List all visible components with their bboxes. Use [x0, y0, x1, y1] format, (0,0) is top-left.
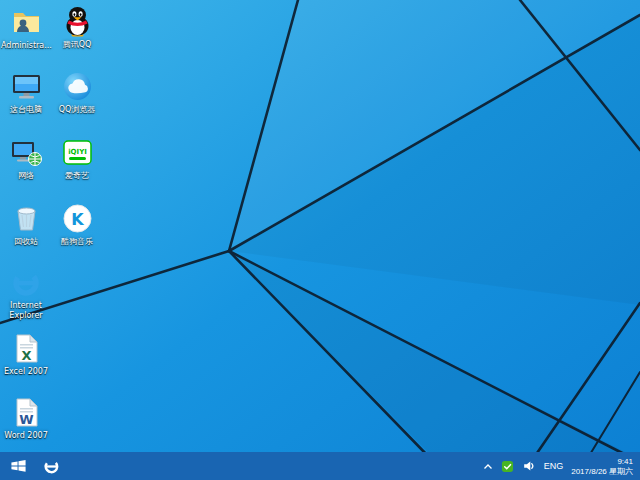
desktop-icon-label: Excel 2007: [4, 367, 48, 377]
desktop-icon-tencent-qq[interactable]: 腾讯QQ: [52, 5, 102, 50]
desktop-icon-word-2007[interactable]: W Word 2007: [1, 396, 51, 441]
volume-button[interactable]: [522, 459, 536, 473]
desktop-icon-this-pc[interactable]: 这台电脑: [1, 70, 51, 115]
qq-browser-icon: [61, 70, 94, 103]
taskbar-ie-button[interactable]: [36, 452, 66, 480]
desktop-icon-label: 爱奇艺: [65, 171, 89, 181]
qq-penguin-icon: [61, 5, 94, 38]
svg-text:K: K: [71, 210, 84, 229]
svg-text:X: X: [21, 348, 31, 363]
desktop-screen: Administra... 这台电脑 网络: [0, 0, 640, 480]
network-icon: [10, 136, 43, 169]
start-button[interactable]: [0, 452, 36, 480]
green-shield-icon: [501, 460, 514, 473]
taskbar: ENG 9:41 2017/8/26 星期六: [0, 452, 640, 480]
computer-icon: [10, 70, 43, 103]
security-tray-button[interactable]: [501, 460, 514, 473]
desktop-icon-label: 回收站: [14, 237, 38, 247]
tray-date: 2017/8/26 星期六: [571, 467, 633, 476]
excel-icon: X: [10, 332, 43, 365]
internet-explorer-icon: [10, 266, 43, 299]
desktop-icon-label: 网络: [18, 171, 34, 181]
desktop-icon-administrator[interactable]: Administra...: [1, 6, 51, 51]
desktop-icon-internet-explorer[interactable]: Internet Explorer: [1, 266, 51, 320]
show-hidden-icons-button[interactable]: [483, 463, 493, 470]
svg-text:W: W: [19, 412, 33, 427]
desktop-icon-label: Administra...: [1, 41, 51, 51]
system-tray: ENG 9:41 2017/8/26 星期六: [483, 452, 640, 480]
desktop-icon-label: Internet Explorer: [1, 301, 51, 320]
clock[interactable]: 9:41 2017/8/26 星期六: [571, 457, 633, 476]
chevron-up-icon: [483, 463, 493, 470]
desktop-icon-label: 腾讯QQ: [63, 40, 92, 50]
kugou-music-icon: K: [61, 202, 94, 235]
desktop-icon-network[interactable]: 网络: [1, 136, 51, 181]
desktop-icon-kugou-music[interactable]: K 酷狗音乐: [52, 202, 102, 247]
desktop-icon-label: Word 2007: [4, 431, 47, 441]
desktop-icon-label: 这台电脑: [10, 105, 42, 115]
iqiyi-icon: iQIYI: [61, 136, 94, 169]
desktop-icon-excel-2007[interactable]: X Excel 2007: [1, 332, 51, 377]
desktop-icon-qq-browser[interactable]: QQ浏览器: [52, 70, 102, 115]
desktop-icon-label: 酷狗音乐: [61, 237, 93, 247]
windows-logo-icon: [10, 459, 27, 473]
svg-text:iQIYI: iQIYI: [68, 148, 87, 156]
word-icon: W: [10, 396, 43, 429]
desktop-icon-iqiyi[interactable]: iQIYI 爱奇艺: [52, 136, 102, 181]
speaker-icon: [522, 459, 536, 473]
user-folder-icon: [10, 6, 43, 39]
recycle-bin-icon: [10, 202, 43, 235]
desktop-icon-label: QQ浏览器: [59, 105, 96, 115]
language-indicator[interactable]: ENG: [544, 461, 564, 471]
desktop-icon-recycle-bin[interactable]: 回收站: [1, 202, 51, 247]
tray-time: 9:41: [617, 457, 633, 466]
ie-icon: [43, 458, 60, 475]
